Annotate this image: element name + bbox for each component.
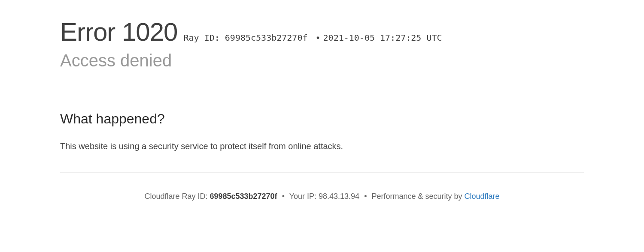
error-subtitle: Access denied <box>60 51 584 70</box>
footer-ip-label: Your IP: <box>289 192 316 201</box>
footer-ray-label: Cloudflare Ray ID: <box>144 192 207 201</box>
ray-id-value: 69985c533b27270f <box>225 33 308 43</box>
ray-id-label: Ray ID: <box>183 33 219 43</box>
error-meta: Ray ID: 69985c533b27270f •2021-10-05 17:… <box>183 33 442 43</box>
bullet-separator-icon: • <box>316 33 321 43</box>
timestamp: 2021-10-05 17:27:25 UTC <box>323 33 442 43</box>
error-header: Error 1020 Ray ID: 69985c533b27270f •202… <box>60 17 584 47</box>
dot-separator-icon: • <box>282 192 285 201</box>
cloudflare-link[interactable]: Cloudflare <box>465 192 500 201</box>
dot-separator-icon: • <box>364 192 367 201</box>
section-body: This website is using a security service… <box>60 140 369 153</box>
section-heading: What happened? <box>60 111 369 127</box>
footer-ip: 98.43.13.94 <box>319 192 359 201</box>
error-title: Error 1020 <box>60 17 177 47</box>
footer-perf-label: Performance & security by <box>371 192 462 201</box>
footer: Cloudflare Ray ID: 69985c533b27270f • Yo… <box>60 192 584 201</box>
footer-ray-id: 69985c533b27270f <box>210 192 277 201</box>
what-happened-section: What happened? This website is using a s… <box>60 111 369 153</box>
divider <box>60 172 584 173</box>
